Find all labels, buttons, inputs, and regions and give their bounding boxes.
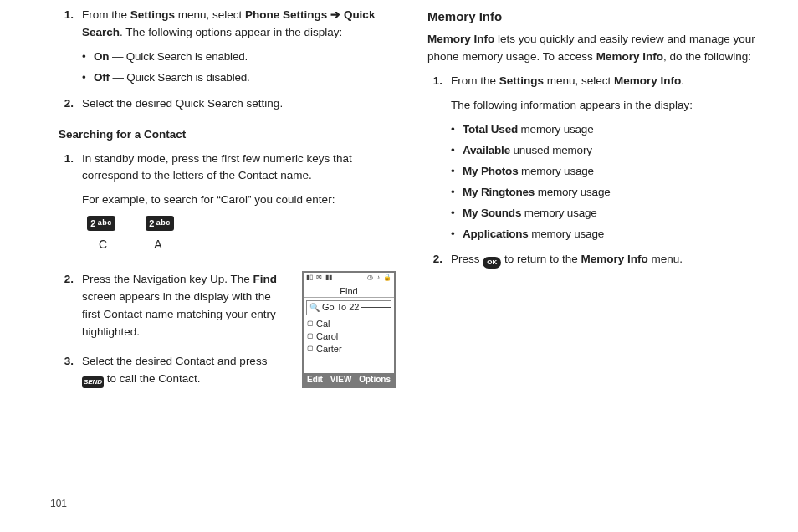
text: . (681, 74, 684, 87)
text: memory usage (521, 207, 596, 219)
contact-name: Carter (316, 342, 342, 356)
text: menu, select (175, 8, 245, 21)
contact-icon: ▢ (307, 319, 314, 329)
text: , do the following: (663, 50, 751, 63)
sound-icon: ♪ (376, 273, 380, 283)
text: — Quick Search is enabled. (109, 50, 248, 63)
label: Total Used (463, 123, 518, 136)
contact-icon: ▢ (307, 344, 314, 354)
page-number: 101 (50, 496, 67, 512)
label: My Sounds (463, 207, 521, 219)
softkey-left: Edit (307, 373, 323, 386)
step-number: 2. (427, 251, 451, 275)
on-label: On (94, 50, 109, 63)
softkey-mid: VIEW (330, 373, 352, 386)
arrow-right-icon: ➔ (330, 8, 340, 21)
text: memory usage (535, 186, 610, 198)
bullet-total-used: •Total Used memory usage (451, 121, 765, 139)
text: — Quick Search is disabled. (110, 71, 250, 84)
text: to return to the (501, 253, 581, 265)
bullet-my-ringtones: •My Ringtones memory usage (451, 184, 765, 202)
text: memory usage (518, 165, 593, 177)
key-number: 2 (149, 217, 155, 231)
memory-info-label: Memory Info (581, 253, 648, 265)
key-number: 2 (90, 217, 96, 231)
contact-icon: ▢ (307, 331, 314, 341)
bullet-off: •Off — Quick Search is disabled. (82, 69, 396, 87)
text: Press (451, 253, 483, 265)
label: My Ringtones (463, 186, 535, 198)
letter-c: C (99, 236, 107, 254)
search-step-3: 3. Select the desired Contact and press … (59, 353, 290, 395)
mem-step-2: 2. Press OK to return to the Memory Info… (427, 251, 765, 275)
letter-a: A (154, 236, 161, 254)
step-number: 2. (59, 95, 82, 120)
r1-line2: The following information appears in the… (451, 97, 765, 115)
text: Press the Navigation key Up. The (82, 273, 253, 285)
phone-screenshot: ▮▯ ✉ ▮▮ ◷ ♪ 🔒 Find 🔍Go To 22 ▢Cal ▢Carol… (302, 271, 396, 388)
battery-icon: ▮▮ (325, 273, 332, 283)
text: From the (451, 74, 499, 87)
step-2-text: Select the desired Quick Search setting. (82, 95, 396, 113)
step-number: 1. (59, 7, 82, 90)
phone-status-bar: ▮▯ ✉ ▮▮ ◷ ♪ 🔒 (304, 273, 394, 284)
memory-info-label: Memory Info (596, 50, 663, 63)
settings-label: Settings (130, 8, 175, 21)
phone-search-input: 🔍Go To 22 (306, 300, 391, 315)
text: unused memory (510, 144, 592, 156)
right-column: Memory Info Memory Info lets you quickly… (427, 7, 765, 400)
step-number: 3. (59, 353, 82, 395)
step-1: 1. From the Settings menu, select Phone … (59, 7, 396, 90)
step-2-top: 2. Select the desired Quick Search setti… (59, 95, 396, 120)
clock-icon: ◷ (367, 273, 373, 283)
s2-text: Press the Navigation key Up. The Find sc… (82, 271, 290, 341)
phone-settings-label: Phone Settings (245, 8, 327, 21)
mem-step-1: 1. From the Settings menu, select Memory… (427, 73, 765, 246)
key-letters: abc (156, 217, 171, 229)
label: My Photos (463, 165, 518, 177)
r1-line1: From the Settings menu, select Memory In… (451, 73, 765, 90)
bullet-my-photos: •My Photos memory usage (451, 163, 765, 181)
left-column: 1. From the Settings menu, select Phone … (50, 7, 396, 400)
s1-p1: In standby mode, press the first few num… (82, 151, 396, 186)
signal-icon: ▮▯ (306, 273, 313, 283)
list-item: ▢Carol (307, 330, 391, 343)
bullet-my-sounds: •My Sounds memory usage (451, 205, 765, 223)
search-step-1: 1. In standby mode, press the first few … (59, 151, 396, 266)
off-label: Off (94, 71, 110, 84)
phone-softkeys: Edit VIEW Options (304, 373, 394, 386)
bullet-available: •Available unused memory (451, 142, 765, 160)
settings-label: Settings (499, 74, 544, 87)
key-letters: abc (98, 217, 112, 229)
softkey-right: Options (359, 373, 391, 386)
magnifier-icon: 🔍 (309, 301, 320, 315)
text: Select the desired Contact and press (82, 355, 267, 367)
step-number: 2. (59, 271, 82, 348)
text: screen appears in the display with the f… (82, 290, 276, 338)
s1-p2: For example, to search for “Carol” you c… (82, 192, 396, 209)
text: menu. (648, 253, 683, 265)
key-2abc-icon: 2abc (87, 216, 115, 231)
list-item: ▢Carter (307, 343, 391, 356)
step-number: 1. (427, 73, 451, 246)
label: Available (463, 144, 510, 156)
s3-text: Select the desired Contact and press SEN… (82, 353, 290, 388)
text: memory usage (518, 123, 593, 136)
message-icon: ✉ (316, 273, 322, 283)
lock-icon: 🔒 (383, 273, 391, 283)
memory-info-label: Memory Info (614, 74, 681, 87)
label: Applications (463, 228, 529, 240)
search-step-2: 2. Press the Navigation key Up. The Find… (59, 271, 290, 348)
phone-title: Find (304, 284, 394, 298)
keypad-keys: 2abc 2abc (87, 216, 396, 231)
find-label: Find (253, 273, 278, 285)
memory-info-label: Memory Info (427, 33, 494, 45)
ok-key-icon: OK (483, 257, 501, 269)
step-1-text: From the Settings menu, select Phone Set… (82, 7, 396, 42)
step-number: 1. (59, 151, 82, 266)
text: memory usage (529, 228, 604, 240)
memory-info-intro: Memory Info lets you quickly and easily … (427, 31, 765, 66)
phone-input-value: Go To 22 (322, 300, 359, 315)
bullet-on: •On — Quick Search is enabled. (82, 49, 396, 66)
text: to call the Contact. (104, 372, 201, 385)
